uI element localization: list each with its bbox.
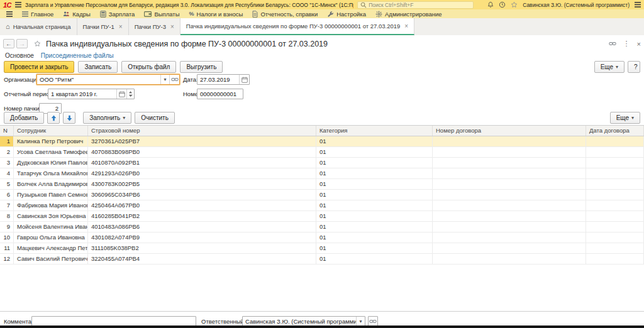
favorites-icon[interactable] xyxy=(511,1,518,8)
back-button[interactable]: ← xyxy=(3,39,14,48)
chevron-down-icon[interactable]: ▾ xyxy=(160,75,169,84)
close-form-icon[interactable]: × xyxy=(637,40,641,48)
table-row[interactable]: 3Дудковская Юлия Павловна4010870A092PB10… xyxy=(0,158,644,168)
cell-insurance: 3060965C034PB6 xyxy=(88,190,316,200)
post-and-close-button[interactable]: Провести и закрыть xyxy=(4,61,74,73)
fill-button[interactable]: Заполнить▾ xyxy=(83,112,131,124)
col-contract-no[interactable]: Номер договора xyxy=(433,126,586,136)
calendar-icon[interactable] xyxy=(239,75,249,84)
percent-icon: % xyxy=(189,11,194,17)
table-row[interactable]: 9Мойсеня Валентина Ивановна4010483A086PB… xyxy=(0,222,644,232)
global-search[interactable] xyxy=(357,1,474,9)
help-button[interactable]: ? xyxy=(628,61,640,73)
menu-item-vyplaty[interactable]: Выплаты xyxy=(144,11,179,18)
current-user[interactable]: Савинская З.Ю. (Системный программист) xyxy=(523,2,630,8)
window-bottom-edge xyxy=(0,325,644,328)
organization-field[interactable]: ООО "Ритм" ▾ xyxy=(36,74,180,85)
close-tab-icon[interactable]: × xyxy=(404,23,408,30)
menu-item-otchetnost[interactable]: Отчетность, справки xyxy=(252,11,318,18)
table-row[interactable]: 8Савинская Зоя Юрьевна осн4160285B041PB2… xyxy=(0,211,644,222)
table-row[interactable]: 7Фабрикова Мария Ивановна4250464A067PB00… xyxy=(0,200,644,211)
move-down-button[interactable] xyxy=(63,112,75,124)
period-field[interactable]: 1 квартал 2019 г. xyxy=(48,89,135,99)
section-menu-bar: Главное Кадры Зарплата Выплаты %Налоги и… xyxy=(0,9,644,18)
menu-item-nalogi[interactable]: %Налоги и взносы xyxy=(189,11,243,18)
table-row[interactable]: 12Савич Василий Петрович3220455A074PB401 xyxy=(0,254,644,265)
table-row[interactable]: 10Гаврош Ольга Ивановна4301082A074PB901 xyxy=(0,232,644,243)
col-employee[interactable]: Сотрудник xyxy=(14,126,88,136)
cell-contract_no xyxy=(433,136,586,146)
nav-link-attached-files[interactable]: Присоединенные файлы xyxy=(41,52,114,59)
menu-item-kadry[interactable]: Кадры xyxy=(63,11,90,18)
more-button[interactable]: Еще▾ xyxy=(594,61,625,73)
responsible-value: Савинская З.Ю. (Системный программист) xyxy=(243,318,356,325)
cell-contract_date xyxy=(586,147,644,157)
export-button[interactable]: Выгрузить xyxy=(180,61,223,73)
tab-pachki-pu1[interactable]: Пачки ПУ-1 × xyxy=(77,18,129,35)
cell-contract_date xyxy=(586,200,644,210)
chevron-down-icon: ▾ xyxy=(631,115,634,121)
tab-pachka-pu3-document[interactable]: Пачка индивидуальных сведения по форме П… xyxy=(180,18,414,35)
favorite-star-icon[interactable] xyxy=(34,40,41,47)
cell-employee: Мацкевич Александр Петрович xyxy=(14,243,88,253)
menu-item-zarplata[interactable]: Зарплата xyxy=(100,11,135,18)
cell-employee: Фабрикова Мария Ивановна xyxy=(14,200,88,210)
menu-item-administrirovanie[interactable]: Администрирование xyxy=(375,11,442,18)
col-n[interactable]: N xyxy=(0,126,14,136)
tab-pachki-pu3[interactable]: Пачки ПУ-3 × xyxy=(129,18,180,35)
col-contract-date[interactable]: Дата договора xyxy=(586,126,644,136)
number-field[interactable]: 00000000001 xyxy=(197,89,243,99)
close-tab-icon[interactable]: × xyxy=(170,23,174,30)
cell-insurance: 4160285B041PB2 xyxy=(88,211,316,221)
table-row[interactable]: 6Пузырьков Павел Семнович3060965C034PB60… xyxy=(0,190,644,200)
calculator-icon xyxy=(100,11,106,18)
organization-value: ООО "Ритм" xyxy=(37,76,160,83)
clear-button[interactable]: Очистить xyxy=(135,112,175,124)
move-up-button[interactable] xyxy=(47,112,60,124)
cell-insurance: 4070883B098PB0 xyxy=(88,147,316,157)
toolbar-menu-icon[interactable] xyxy=(635,2,641,8)
get-link-icon[interactable] xyxy=(609,41,616,46)
wrench-icon xyxy=(327,11,334,18)
close-tab-icon[interactable]: × xyxy=(119,23,123,30)
open-file-button[interactable]: Открыть файл xyxy=(121,61,176,73)
responsible-open-button[interactable] xyxy=(368,316,378,326)
menu-item-nastroika[interactable]: Настройка xyxy=(327,11,366,18)
add-row-button[interactable]: Добавить xyxy=(4,112,44,124)
table-body: 1Калинка Петр Петрович3270361A025PB7012У… xyxy=(0,136,644,265)
main-menu-icon[interactable] xyxy=(15,2,21,8)
table-row[interactable]: 11Мацкевич Александр Петрович3111085K038… xyxy=(0,243,644,254)
spinner-icon[interactable] xyxy=(126,89,134,99)
table-row[interactable]: 5Волчек Алла Владимировна4300783K002PB50… xyxy=(0,179,644,190)
col-insurance[interactable]: Страховой номер xyxy=(88,126,316,136)
cell-contract_no xyxy=(433,147,586,157)
table-header: N Сотрудник Страховой номер Категория Но… xyxy=(0,126,644,136)
menu-item-glavnoe[interactable]: Главное xyxy=(22,11,53,18)
write-button[interactable]: Записать xyxy=(78,61,118,73)
cell-insurance: 4010870A092PB1 xyxy=(88,158,316,168)
comment-input[interactable] xyxy=(31,316,196,326)
table-row[interactable]: 4Татарчук Ольга Михайловна4291293A026PB0… xyxy=(0,168,644,179)
table-row[interactable]: 1Калинка Петр Петрович3270361A025PB701 xyxy=(0,136,644,147)
notifications-icon[interactable] xyxy=(487,1,494,8)
table-more-button[interactable]: Еще▾ xyxy=(610,112,640,124)
nav-link-osnovnoe[interactable]: Основное xyxy=(5,52,34,59)
cell-employee: Усова Светлана Тимофеевна xyxy=(14,147,88,157)
calendar-icon[interactable] xyxy=(116,89,126,99)
cell-category: 01 xyxy=(316,232,433,243)
col-category[interactable]: Категория xyxy=(316,126,433,136)
history-icon[interactable] xyxy=(499,1,506,8)
cell-category: 01 xyxy=(316,158,433,168)
forward-button[interactable]: → xyxy=(16,39,28,48)
desktop-menu-icon[interactable] xyxy=(6,11,13,17)
date-field[interactable]: 27.03.2019 xyxy=(197,74,250,85)
tab-home[interactable]: ⌂ Начальная страница xyxy=(0,18,77,35)
search-input[interactable] xyxy=(369,2,470,8)
cell-contract_date xyxy=(586,179,644,189)
cell-category: 01 xyxy=(316,179,433,189)
table-row[interactable]: 2Усова Светлана Тимофеевна4070883B098PB0… xyxy=(0,147,644,158)
more-actions-icon[interactable]: ⋮ xyxy=(623,40,630,48)
open-link-icon[interactable] xyxy=(169,75,179,84)
chevron-down-icon[interactable]: ▾ xyxy=(356,317,365,326)
cell-employee: Калинка Петр Петрович xyxy=(14,136,88,146)
